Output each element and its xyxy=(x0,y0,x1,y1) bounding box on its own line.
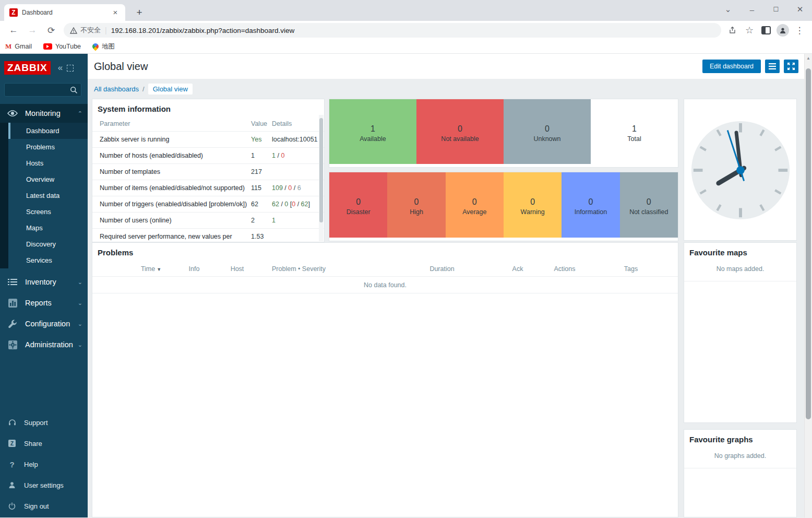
sidebar-item-services[interactable]: Services xyxy=(8,252,88,268)
detail: 0 xyxy=(281,152,284,159)
detail: 62 xyxy=(272,201,279,208)
param: Number of triggers (enabled/disabled [pr… xyxy=(100,201,251,208)
tile-count: 0 xyxy=(545,124,550,134)
sidebar-section-monitoring[interactable]: Monitoring ⌃ xyxy=(0,104,88,123)
zabbix-favicon: Z xyxy=(9,8,18,17)
value: 1.53 xyxy=(251,233,272,240)
window-close-button[interactable]: ✕ xyxy=(788,5,812,14)
security-label[interactable]: 不安全 xyxy=(80,26,101,35)
fullscreen-icon xyxy=(787,63,795,70)
reload-button[interactable]: ⟳ xyxy=(44,23,58,38)
sidebar-section-inventory[interactable]: Inventory ⌄ xyxy=(0,273,88,291)
page-title: Global view xyxy=(94,61,148,73)
sidebar-item-maps[interactable]: Maps xyxy=(8,220,88,236)
subitem-label: Discovery xyxy=(26,240,56,248)
share-icon[interactable] xyxy=(725,23,740,38)
value: 217 xyxy=(251,168,272,175)
dashboard-menu-button[interactable] xyxy=(765,60,780,73)
sidebar-expand-icon[interactable] xyxy=(67,65,74,72)
tile-label: Available xyxy=(360,135,386,143)
analog-clock xyxy=(689,119,792,221)
window-minimize-button[interactable]: – xyxy=(740,5,764,14)
zabbix-logo[interactable]: ZABBIX xyxy=(4,61,51,75)
side-panel-icon[interactable] xyxy=(759,23,773,38)
table-header: Parameter Value Details xyxy=(92,116,324,132)
sort-desc-icon: ▼ xyxy=(157,267,161,272)
widget-scrollbar[interactable] xyxy=(319,115,324,241)
breadcrumb-current[interactable]: Global view xyxy=(148,84,193,95)
scrollbar-thumb[interactable] xyxy=(806,68,811,419)
browser-tab[interactable]: Z Dashboard × xyxy=(4,4,125,21)
sidebar-item-help[interactable]: ? Help xyxy=(0,454,88,475)
url-text[interactable]: 192.168.18.201/zabbix/zabbix.php?action=… xyxy=(111,27,295,34)
tile-count: 0 xyxy=(530,197,535,207)
sidebar-item-overview[interactable]: Overview xyxy=(8,171,88,187)
sidebar-item-discovery[interactable]: Discovery xyxy=(8,236,88,252)
bookmark-maps[interactable]: 地图 xyxy=(92,42,115,51)
bar-chart-icon xyxy=(0,299,25,308)
param: Number of items (enabled/disabled/not su… xyxy=(100,184,251,192)
detail: 1 xyxy=(272,152,276,159)
subitem-label: Screens xyxy=(26,208,51,216)
host-availability-widget: 1 Available 0 Not available 0 Unknown 1 … xyxy=(329,99,678,168)
forward-button[interactable]: → xyxy=(25,23,40,38)
sidebar-section-configuration[interactable]: Configuration ⌄ xyxy=(0,314,88,333)
section-label: Administration xyxy=(25,340,73,349)
kiosk-mode-button[interactable] xyxy=(784,60,798,73)
sidebar-section-reports[interactable]: Reports ⌄ xyxy=(0,293,88,312)
tile-warning: 0 Warning xyxy=(504,172,562,238)
sidebar-item-hosts[interactable]: Hosts xyxy=(8,155,88,171)
bookmark-gmail[interactable]: M Gmail xyxy=(5,42,32,51)
widget-title: Problems xyxy=(92,243,678,260)
sidebar-item-sign-out[interactable]: Sign out xyxy=(0,496,88,516)
tab-title: Dashboard xyxy=(22,9,111,16)
detail: 6 xyxy=(297,184,301,192)
browser-menu-icon[interactable]: ⋮ xyxy=(792,23,807,38)
detail: ] xyxy=(308,201,310,208)
page-scrollbar[interactable]: ▲ xyxy=(804,54,812,517)
sidebar-section-administration[interactable]: Administration ⌄ xyxy=(0,335,88,354)
sidebar-search[interactable] xyxy=(4,83,81,97)
bookmark-youtube[interactable]: YouTube xyxy=(43,43,81,50)
tile-label: Not available xyxy=(441,135,479,143)
bookmark-label: YouTube xyxy=(55,43,81,50)
sidebar-item-dashboard[interactable]: Dashboard xyxy=(8,123,88,139)
sidebar-collapse-icon[interactable]: « xyxy=(58,63,62,73)
window-maximize-button[interactable]: ☐ xyxy=(764,6,788,13)
tab-close-icon[interactable]: × xyxy=(111,8,120,17)
col-time[interactable]: Time▼ xyxy=(124,265,178,273)
scrollbar-up-arrow[interactable]: ▲ xyxy=(805,54,812,62)
section-label: Monitoring xyxy=(25,109,61,117)
sidebar-item-screens[interactable]: Screens xyxy=(8,204,88,220)
person-icon xyxy=(0,481,24,489)
breadcrumb-all-dashboards[interactable]: All dashboards xyxy=(94,85,139,93)
address-bar[interactable]: 不安全 | 192.168.18.201/zabbix/zabbix.php?a… xyxy=(64,23,721,38)
sidebar-footer: Support Z Share ? Help User settings Sig… xyxy=(0,412,88,517)
profile-avatar[interactable] xyxy=(775,23,790,38)
tile-label: Total xyxy=(627,135,641,143)
sidebar-item-support[interactable]: Support xyxy=(0,412,88,433)
sidebar-item-latest-data[interactable]: Latest data xyxy=(8,187,88,204)
back-button[interactable]: ← xyxy=(6,23,21,38)
widget-title: System information xyxy=(92,99,324,116)
scrollbar-thumb[interactable] xyxy=(319,118,323,222)
breadcrumb-separator: / xyxy=(142,85,145,93)
tile-count: 0 xyxy=(356,197,361,207)
gmail-icon: M xyxy=(5,42,11,51)
edit-dashboard-button[interactable]: Edit dashboard xyxy=(702,60,761,73)
tab-search-chevron-icon[interactable]: ⌄ xyxy=(716,5,740,14)
new-tab-button[interactable]: + xyxy=(133,6,146,20)
no-data-message: No data found. xyxy=(92,277,678,293)
bookmark-label: 地图 xyxy=(102,42,115,51)
bookmark-star-icon[interactable]: ☆ xyxy=(742,23,757,38)
tile-count: 1 xyxy=(371,124,375,134)
sidebar-item-problems[interactable]: Problems xyxy=(8,139,88,155)
zabbix-share-icon: Z xyxy=(0,440,24,447)
tile-count: 1 xyxy=(632,124,637,134)
search-input[interactable] xyxy=(8,86,70,93)
power-icon xyxy=(0,502,24,510)
sidebar-item-user-settings[interactable]: User settings xyxy=(0,475,88,496)
browser-toolbar: ← → ⟳ 不安全 | 192.168.18.201/zabbix/zabbix… xyxy=(0,21,812,40)
search-icon xyxy=(70,86,78,94)
sidebar-item-share[interactable]: Z Share xyxy=(0,433,88,454)
